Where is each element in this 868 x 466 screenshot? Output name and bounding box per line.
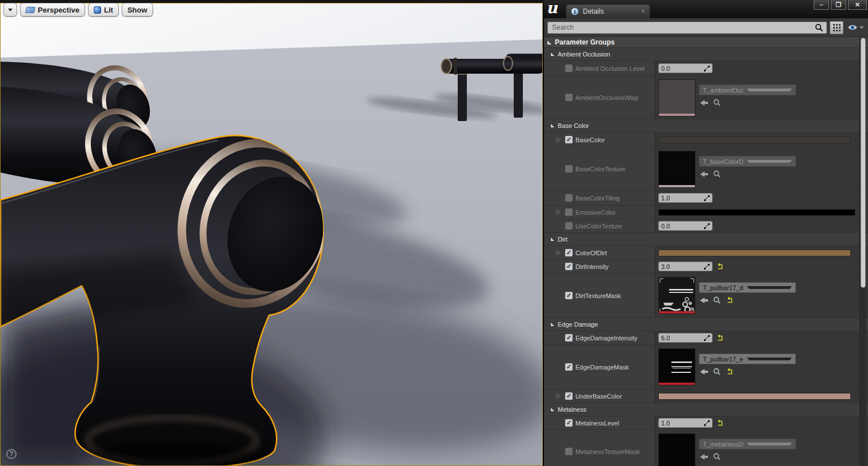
- checkbox-checked[interactable]: [565, 263, 573, 270]
- viewport-canvas[interactable]: [0, 3, 543, 466]
- texture-thumbnail[interactable]: [658, 79, 695, 116]
- window-controls: – ❐ ✕: [814, 0, 867, 10]
- reset-to-default-icon[interactable]: [726, 368, 733, 375]
- param-row-ambientocclusionmap: ▷ AmbientOcclusionMap T_ambientOcclusion…: [544, 76, 868, 119]
- reset-to-default-icon[interactable]: [716, 335, 723, 342]
- browse-icon[interactable]: [713, 453, 721, 460]
- minimize-button[interactable]: –: [814, 0, 829, 10]
- texture-thumbnail[interactable]: [658, 348, 695, 385]
- curve-widget-icon: [704, 66, 710, 71]
- unreal-logo: u: [546, 0, 558, 17]
- curve-widget-icon: [704, 223, 710, 229]
- reset-to-default-icon[interactable]: [716, 263, 723, 270]
- perspective-icon: [25, 7, 35, 13]
- reset-to-default-icon[interactable]: [726, 297, 733, 304]
- value-input[interactable]: 1.0: [658, 193, 713, 203]
- perspective-button[interactable]: Perspective: [20, 3, 85, 17]
- show-button[interactable]: Show: [122, 3, 153, 17]
- perspective-label: Perspective: [38, 6, 79, 14]
- reset-to-default-icon[interactable]: [716, 420, 723, 427]
- expander-icon[interactable]: ▷: [557, 137, 562, 142]
- color-swatch[interactable]: [658, 209, 855, 216]
- checkbox-unchecked[interactable]: [565, 448, 573, 455]
- lit-button[interactable]: Lit: [88, 3, 119, 17]
- tab-close-icon[interactable]: ×: [641, 7, 645, 15]
- use-selected-icon[interactable]: [700, 369, 708, 375]
- chevron-down-icon: [747, 286, 792, 289]
- texture-select[interactable]: T_ambientOcclusionDefault: [699, 85, 796, 95]
- browse-icon[interactable]: [713, 170, 721, 178]
- category-edge-damage[interactable]: Edge Damage: [544, 318, 868, 331]
- tab-title: Details: [583, 7, 637, 15]
- parameter-groups-title: Parameter Groups: [555, 38, 615, 46]
- visibility-filter-button[interactable]: [846, 21, 865, 34]
- use-selected-icon[interactable]: [700, 100, 708, 106]
- category-dirt[interactable]: Dirt: [544, 233, 868, 246]
- texture-select[interactable]: T_metalnessDefault: [699, 439, 796, 449]
- value-input[interactable]: 5.0: [658, 333, 713, 343]
- browse-icon[interactable]: [713, 296, 721, 304]
- chevron-down-icon: [747, 160, 792, 163]
- param-row-metalnesslevel: ▷ MetalnessLevel 1.0: [544, 416, 868, 430]
- details-panel: u i Details × – ❐ ✕: [544, 0, 868, 466]
- tab-details[interactable]: i Details ×: [566, 4, 650, 18]
- value-input[interactable]: 3.0: [658, 262, 713, 271]
- view-options-grid-button[interactable]: [830, 21, 843, 34]
- titlebar: u i Details × – ❐ ✕: [544, 0, 868, 18]
- texture-select[interactable]: T_baseColorDefault: [699, 156, 796, 167]
- collapse-icon: [547, 41, 551, 45]
- checkbox-unchecked[interactable]: [565, 222, 573, 230]
- browse-icon[interactable]: [713, 368, 721, 375]
- color-swatch[interactable]: [658, 393, 851, 400]
- texture-select[interactable]: T_pullbar17_dirtMask: [699, 282, 796, 293]
- checkbox-unchecked[interactable]: [565, 208, 573, 216]
- expander-icon[interactable]: ▷: [557, 210, 562, 215]
- value-input[interactable]: 0.0: [658, 221, 713, 231]
- category-metalness[interactable]: Metalness: [544, 403, 868, 416]
- scrollbar-thumb[interactable]: [861, 38, 866, 288]
- use-selected-icon[interactable]: [700, 171, 708, 177]
- param-row-edgedamagemask: ▷ EdgeDamageMask T_pullbar17_edgeMask: [544, 345, 868, 389]
- checkbox-checked[interactable]: [565, 363, 573, 371]
- expander-icon[interactable]: ▷: [557, 393, 562, 399]
- category-ambient-occlusion[interactable]: Ambient Occlusion: [544, 48, 868, 61]
- category-base-color[interactable]: Base Color: [544, 119, 868, 132]
- search-input[interactable]: [547, 22, 827, 34]
- param-row-usecolortexture: ▷ UseColorTexture 0.0: [544, 219, 868, 233]
- collapse-icon: [551, 124, 554, 127]
- browse-icon[interactable]: [713, 99, 721, 106]
- checkbox-checked[interactable]: [565, 292, 573, 299]
- close-button[interactable]: ✕: [848, 0, 867, 10]
- viewport-3d-scene[interactable]: [1, 3, 543, 466]
- use-selected-icon[interactable]: [700, 454, 708, 460]
- dirt-mask-preview: [659, 278, 695, 314]
- value-input[interactable]: 1.0: [658, 418, 713, 428]
- checkbox-unchecked[interactable]: [565, 65, 573, 72]
- color-swatch[interactable]: [658, 250, 851, 256]
- maximize-button[interactable]: ❐: [831, 0, 846, 10]
- checkbox-unchecked[interactable]: [565, 194, 573, 202]
- parameter-groups-header[interactable]: Parameter Groups: [544, 37, 868, 48]
- color-swatch[interactable]: [658, 136, 851, 143]
- checkbox-unchecked[interactable]: [565, 94, 573, 101]
- checkbox-checked[interactable]: [565, 334, 573, 342]
- scrollbar-track[interactable]: [859, 38, 866, 466]
- expander-icon[interactable]: ▷: [557, 250, 562, 255]
- checkbox-checked[interactable]: [565, 249, 573, 256]
- checkbox-checked[interactable]: [565, 392, 573, 400]
- value-input[interactable]: 0.0: [658, 63, 713, 73]
- help-icon[interactable]: ?: [6, 449, 17, 459]
- texture-select[interactable]: T_pullbar17_edgeMask: [699, 353, 796, 364]
- collapse-icon: [551, 238, 554, 241]
- texture-thumbnail[interactable]: [658, 433, 695, 466]
- viewport-options-button[interactable]: [3, 3, 17, 17]
- details-info-icon: i: [571, 7, 579, 15]
- checkbox-checked[interactable]: [565, 419, 573, 427]
- texture-thumbnail[interactable]: [658, 277, 695, 314]
- checkbox-checked[interactable]: [565, 136, 573, 143]
- curve-widget-icon: [704, 195, 710, 201]
- param-row-basecolortexture: ▷ BaseColorTexture T_baseColorDefault: [544, 147, 868, 191]
- use-selected-icon[interactable]: [700, 298, 708, 303]
- checkbox-unchecked[interactable]: [565, 165, 573, 172]
- texture-thumbnail[interactable]: [658, 151, 695, 188]
